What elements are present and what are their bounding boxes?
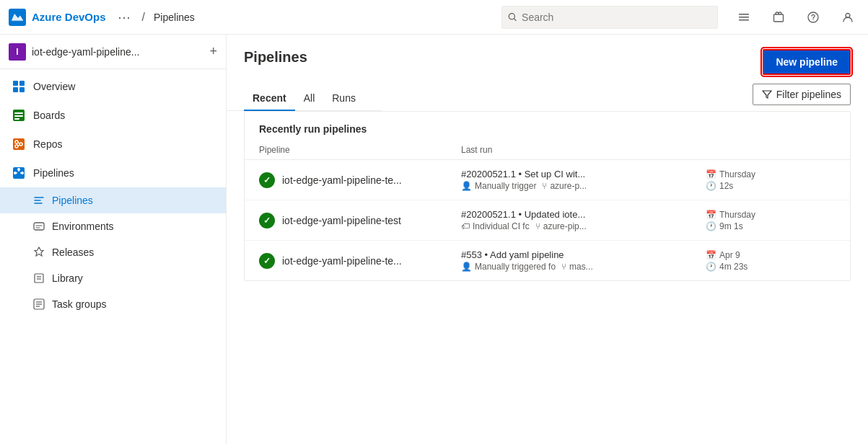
new-pipeline-button[interactable]: New pipeline [763, 49, 851, 75]
pipelines-sub-icon [33, 195, 45, 206]
branch-icon-3: ⑂ [561, 262, 566, 272]
add-project-icon[interactable]: + [209, 44, 217, 59]
run-day-2: 📅 Thursday [706, 210, 836, 220]
app-name: Azure DevOps [32, 11, 106, 23]
boards-icon [12, 108, 26, 123]
marketplace-icon[interactable] [767, 6, 790, 29]
sidebar-item-environments[interactable]: Environments [0, 213, 226, 239]
recently-run-header: Recently run pipelines [245, 112, 850, 141]
sidebar-item-overview[interactable]: Overview [0, 72, 226, 101]
help-icon[interactable] [802, 6, 825, 29]
content-area: Pipelines New pipeline Recent All Runs F… [227, 35, 868, 444]
pipelines-card: Recently run pipelines Pipeline Last run… [244, 111, 851, 281]
col-time-header [706, 145, 836, 155]
run-trigger-3: Manually triggered fo [475, 262, 556, 272]
sidebar-item-pipelines-parent[interactable]: Pipelines [0, 159, 226, 187]
sidebar-item-library[interactable]: Library [0, 265, 226, 291]
filter-pipelines-button[interactable]: Filter pipelines [753, 84, 851, 105]
table-row[interactable]: iot-edge-yaml-pipeline-test #20200521.1 … [245, 200, 850, 241]
run-branch-3: mas... [569, 262, 593, 272]
sidebar-item-releases[interactable]: Releases [0, 239, 226, 265]
pipeline-name-2: iot-edge-yaml-pipeline-test [282, 215, 401, 226]
col-lastrun-header: Last run [461, 145, 706, 155]
pipeline-name-1: iot-edge-yaml-pipeline-te... [282, 174, 402, 186]
more-options-icon[interactable]: ⋯ [118, 9, 131, 25]
project-avatar: I [9, 43, 26, 61]
tab-recent[interactable]: Recent [244, 86, 295, 111]
pipeline-name-cell-1: iot-edge-yaml-pipeline-te... [259, 172, 461, 188]
sidebar-item-library-label: Library [52, 272, 83, 284]
svg-rect-17 [14, 118, 19, 120]
run-meta-3: 👤 Manually triggered fo ⑂ mas... [461, 262, 706, 272]
svg-rect-32 [35, 274, 43, 283]
user-icon[interactable] [836, 6, 859, 29]
sidebar-item-task-groups[interactable]: Task groups [0, 291, 226, 317]
calendar-icon-2: 📅 [706, 210, 716, 220]
pipeline-name-cell-3: iot-edge-yaml-pipeline-te... [259, 253, 461, 269]
run-time-cell-3: 📅 Apr 9 🕐 4m 23s [706, 250, 836, 272]
topbar: Azure DevOps ⋯ / Pipelines [0, 0, 868, 35]
svg-rect-16 [14, 115, 23, 117]
tabs-filter-row: Recent All Runs Filter pipelines [227, 75, 868, 111]
tab-all[interactable]: All [295, 86, 324, 111]
run-meta-2: 🏷 Individual CI fc ⑂ azure-pip... [461, 221, 706, 231]
table-header: Pipeline Last run [245, 141, 850, 160]
sidebar-item-boards[interactable]: Boards [0, 101, 226, 130]
topbar-action-icons [732, 6, 859, 29]
trigger-icon-1: 👤 [461, 181, 472, 191]
run-day-3: 📅 Apr 9 [706, 250, 836, 260]
environments-icon [33, 221, 45, 232]
svg-rect-3 [739, 14, 749, 15]
trigger-icon-3: 👤 [461, 262, 472, 272]
svg-point-27 [21, 172, 24, 174]
search-input[interactable] [522, 12, 711, 23]
svg-rect-12 [13, 87, 18, 92]
svg-rect-6 [774, 14, 784, 22]
sidebar: I iot-edge-yaml-pipeline... + Overview [0, 35, 227, 444]
sidebar-item-pipelines-parent-label: Pipelines [33, 167, 74, 179]
search-box[interactable] [501, 6, 718, 29]
pipeline-name-3: iot-edge-yaml-pipeline-te... [282, 255, 402, 267]
svg-point-25 [14, 172, 17, 174]
last-run-cell-3: #553 • Add yaml pipeline 👤 Manually trig… [461, 249, 706, 272]
tabs: Recent All Runs [227, 78, 382, 111]
branch-icon-1: ⑂ [542, 181, 547, 191]
run-branch-2: azure-pip... [543, 221, 587, 231]
app-logo[interactable]: Azure DevOps [9, 9, 106, 26]
svg-rect-5 [739, 19, 749, 21]
run-day-1: 📅 Thursday [706, 169, 836, 179]
breadcrumb-separator: / [142, 11, 145, 24]
run-duration-2: 🕐 9m 1s [706, 221, 836, 231]
releases-icon [33, 247, 45, 258]
library-icon [33, 272, 45, 284]
project-header: I iot-edge-yaml-pipeline... + [0, 35, 226, 69]
last-run-cell-2: #20200521.1 • Updated iote... 🏷 Individu… [461, 209, 706, 231]
table-row[interactable]: iot-edge-yaml-pipeline-te... #20200521.1… [245, 160, 850, 200]
trigger-icon-2: 🏷 [461, 221, 470, 231]
run-branch-1: azure-p... [550, 181, 587, 191]
sidebar-item-pipelines-sub[interactable]: Pipelines [0, 187, 226, 213]
table-row[interactable]: iot-edge-yaml-pipeline-te... #553 • Add … [245, 241, 850, 280]
overview-icon [12, 79, 26, 94]
sidebar-item-pipelines-sub-label: Pipelines [52, 195, 93, 206]
run-title-2: #20200521.1 • Updated iote... [461, 209, 649, 220]
sidebar-item-overview-label: Overview [33, 81, 75, 92]
run-title-3: #553 • Add yaml pipeline [461, 249, 649, 260]
clock-icon-1: 🕐 [706, 181, 716, 191]
tab-runs[interactable]: Runs [323, 86, 364, 111]
run-duration-1: 🕐 12s [706, 181, 836, 191]
notifications-icon[interactable] [732, 6, 755, 29]
calendar-icon-3: 📅 [706, 250, 716, 260]
run-time-cell-1: 📅 Thursday 🕐 12s [706, 169, 836, 191]
search-icon [508, 12, 517, 22]
branch-icon-2: ⑂ [535, 221, 540, 231]
svg-rect-4 [739, 17, 749, 18]
run-trigger-2: Individual CI fc [473, 221, 530, 231]
svg-rect-15 [14, 112, 23, 114]
clock-icon-3: 🕐 [706, 262, 716, 272]
sidebar-item-repos[interactable]: Repos [0, 130, 226, 159]
run-time-cell-2: 📅 Thursday 🕐 9m 1s [706, 210, 836, 231]
svg-point-1 [509, 13, 514, 19]
svg-point-8 [812, 19, 813, 19]
azure-devops-logo-icon [9, 9, 26, 26]
